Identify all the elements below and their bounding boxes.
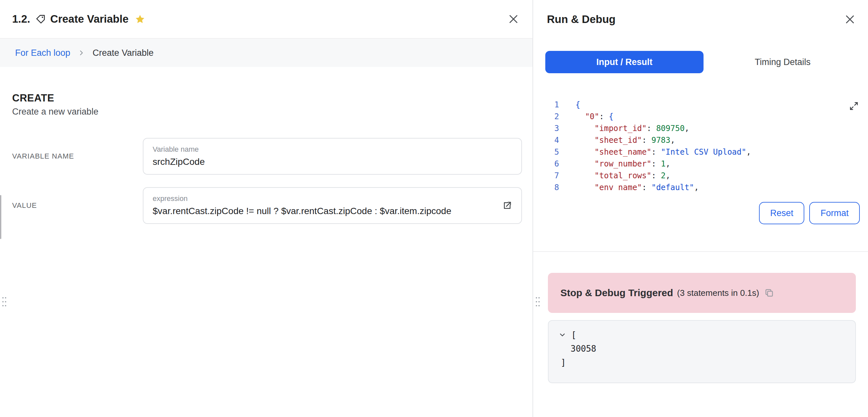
variable-name-label: VARIABLE NAME bbox=[12, 152, 143, 160]
run-debug-panel: Run & Debug Input / Result Timing Detail… bbox=[533, 0, 868, 417]
editor-actions: Reset Format bbox=[533, 202, 868, 224]
value-field[interactable]: expression $var.rentCast.zipCode != null… bbox=[143, 187, 522, 224]
code-text: "sheet_id": 9783, bbox=[559, 134, 675, 146]
code-line: 7 "total_rows": 2, bbox=[533, 170, 868, 182]
code-text: "total_rows": 2, bbox=[559, 170, 670, 182]
reset-button[interactable]: Reset bbox=[759, 202, 805, 224]
copy-icon[interactable] bbox=[764, 288, 774, 298]
code-text: "sheet_name": "Intel CSV Upload", bbox=[559, 146, 751, 158]
close-icon[interactable] bbox=[505, 11, 521, 27]
code-line: 4 "sheet_id": 9783, bbox=[533, 134, 868, 146]
create-variable-panel: 1.2. Create Variable For Each loop bbox=[0, 0, 533, 417]
open-expression-editor-icon[interactable] bbox=[502, 201, 512, 210]
code-line: 1{ bbox=[533, 99, 868, 111]
result-close-bracket: ] bbox=[558, 356, 845, 369]
tag-icon bbox=[35, 14, 45, 24]
debug-section: Stop & Debug Triggered (3 statements in … bbox=[533, 251, 868, 383]
left-content: CREATE Create a new variable VARIABLE NA… bbox=[0, 67, 532, 224]
code-text: "env_name": "default", bbox=[559, 182, 699, 191]
left-panel-drag-handle-icon[interactable] bbox=[2, 297, 4, 298]
breadcrumb-current: Create Variable bbox=[93, 48, 154, 58]
breadcrumb: For Each loop Create Variable bbox=[0, 39, 532, 67]
debug-result-box: [ 30058 ] bbox=[548, 320, 856, 383]
code-text: "0": { bbox=[559, 111, 614, 122]
result-value: 30058 bbox=[558, 342, 845, 356]
code-text: { bbox=[559, 99, 580, 111]
variable-name-value[interactable]: srchZipCode bbox=[153, 156, 512, 168]
code-text: "import_id": 809750, bbox=[559, 122, 689, 134]
code-line: 6 "row_number": 1, bbox=[533, 158, 868, 170]
line-number: 6 bbox=[533, 158, 559, 170]
section-title: CREATE bbox=[12, 92, 532, 104]
code-line: 8 "env_name": "default", bbox=[533, 182, 868, 191]
stop-debug-alert: Stop & Debug Triggered (3 statements in … bbox=[548, 273, 856, 313]
format-button[interactable]: Format bbox=[809, 202, 860, 224]
right-panel-header: Run & Debug bbox=[533, 0, 868, 39]
app: 1.2. Create Variable For Each loop bbox=[0, 0, 868, 417]
value-inner-label: expression bbox=[153, 195, 512, 203]
chevron-down-icon[interactable] bbox=[558, 331, 566, 339]
expand-editor-icon[interactable] bbox=[849, 101, 859, 111]
line-number: 3 bbox=[533, 122, 559, 134]
panel-divider-drag-handle-icon[interactable] bbox=[536, 297, 537, 298]
code-line: 2 "0": { bbox=[533, 111, 868, 122]
code-line: 5 "sheet_name": "Intel CSV Upload", bbox=[533, 146, 868, 158]
line-number: 5 bbox=[533, 146, 559, 158]
alert-title: Stop & Debug Triggered bbox=[560, 287, 673, 298]
star-icon[interactable] bbox=[134, 14, 146, 25]
breadcrumb-parent-link[interactable]: For Each loop bbox=[15, 48, 70, 58]
json-editor[interactable]: 1{2 "0": {3 "import_id": 809750,4 "sheet… bbox=[533, 94, 868, 191]
section-subtitle: Create a new variable bbox=[12, 107, 532, 117]
left-scrollbar-fragment[interactable] bbox=[0, 195, 1, 239]
variable-name-field[interactable]: Variable name srchZipCode bbox=[143, 138, 522, 175]
right-panel-title: Run & Debug bbox=[547, 13, 616, 26]
code-line: 3 "import_id": 809750, bbox=[533, 122, 868, 134]
run-debug-tabs: Input / Result Timing Details bbox=[533, 51, 868, 73]
line-number: 8 bbox=[533, 182, 559, 191]
value-row: VALUE expression $var.rentCast.zipCode !… bbox=[12, 187, 532, 224]
tab-input-result[interactable]: Input / Result bbox=[545, 51, 704, 73]
variable-name-row: VARIABLE NAME Variable name srchZipCode bbox=[12, 138, 532, 175]
line-number: 1 bbox=[533, 99, 559, 111]
left-panel-header: 1.2. Create Variable bbox=[0, 0, 532, 39]
code-lines: 1{2 "0": {3 "import_id": 809750,4 "sheet… bbox=[533, 99, 868, 191]
result-open-line: [ bbox=[558, 328, 845, 342]
line-number: 2 bbox=[533, 111, 559, 122]
tab-timing-details[interactable]: Timing Details bbox=[704, 51, 862, 73]
code-text: "row_number": 1, bbox=[559, 158, 670, 170]
variable-name-inner-label: Variable name bbox=[153, 145, 512, 154]
step-number: 1.2. bbox=[12, 13, 30, 25]
chevron-right-icon bbox=[78, 49, 85, 57]
left-panel-title: Create Variable bbox=[50, 13, 128, 25]
alert-detail: (3 statements in 0.1s) bbox=[677, 288, 759, 298]
line-number: 7 bbox=[533, 170, 559, 182]
result-open-bracket: [ bbox=[571, 328, 577, 342]
value-label: VALUE bbox=[12, 201, 143, 210]
expression-value[interactable]: $var.rentCast.zipCode != null ? $var.ren… bbox=[153, 206, 512, 217]
line-number: 4 bbox=[533, 134, 559, 146]
close-icon[interactable] bbox=[842, 11, 858, 27]
